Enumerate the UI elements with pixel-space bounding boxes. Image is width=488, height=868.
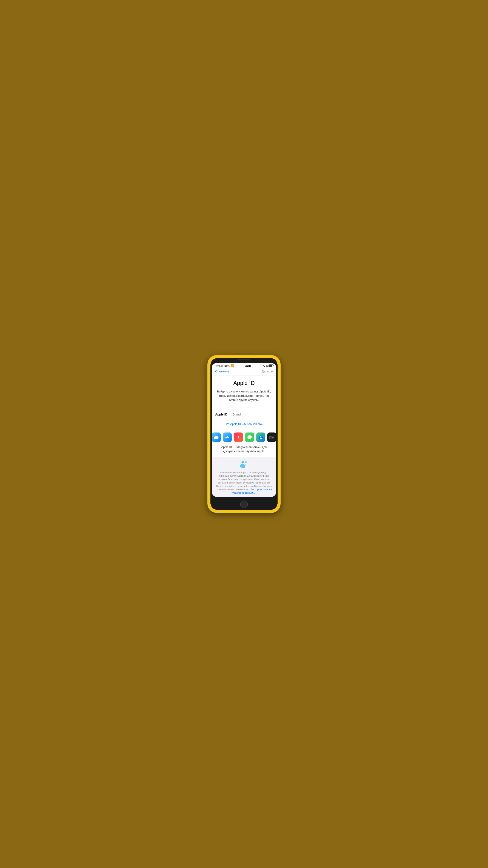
- services-description-section: Apple ID — это учетная запись для доступ…: [212, 444, 276, 457]
- privacy-section: Ваша информация Apple ID используется дл…: [212, 457, 276, 497]
- forgot-apple-id-link[interactable]: Нет Apple ID или забыли его?: [225, 423, 263, 426]
- svg-rect-8: [270, 436, 271, 437]
- apple-id-input-row[interactable]: Apple ID: [212, 410, 276, 419]
- page-title: Apple ID: [217, 380, 271, 386]
- navigation-bar: Отменить Дальше: [212, 368, 276, 375]
- forgot-link-section: Нет Apple ID или забыли его?: [212, 419, 276, 429]
- input-label: Apple ID: [215, 413, 230, 416]
- icloud-icon: [212, 433, 221, 442]
- main-content: Apple ID Войдите в свою учетную запись A…: [212, 375, 276, 410]
- app-icons-section: A ♪: [212, 429, 276, 444]
- apple-id-email-field[interactable]: [232, 413, 273, 416]
- messages-icon: [245, 433, 254, 442]
- appstore-icon: A: [223, 433, 232, 442]
- time-label: 21:15: [245, 365, 251, 367]
- wifi-icon: 📶: [231, 364, 234, 367]
- home-button[interactable]: [240, 500, 248, 508]
- battery-icon: [268, 365, 273, 367]
- services-description: Apple ID — это учетная запись для доступ…: [212, 444, 276, 457]
- status-right: 72 %: [263, 365, 273, 367]
- svg-point-7: [272, 437, 273, 438]
- battery-fill: [269, 365, 272, 367]
- speaker: [237, 359, 251, 360]
- next-button[interactable]: Дальше: [262, 370, 273, 373]
- findmy-icon: [256, 433, 265, 442]
- wallet-icon: [267, 433, 276, 442]
- privacy-icon: [216, 460, 272, 469]
- page-description: Войдите в свою учетную запись Apple ID, …: [217, 390, 271, 402]
- phone-top: [210, 358, 278, 361]
- svg-point-10: [245, 461, 247, 463]
- phone-device: Нет SIM-карты 📶 21:15 72 % Отменить Даль…: [207, 355, 281, 513]
- status-bar: Нет SIM-карты 📶 21:15 72 %: [212, 363, 276, 368]
- music-icon: ♪: [234, 433, 243, 442]
- svg-point-9: [241, 461, 244, 464]
- phone-screen: Нет SIM-карты 📶 21:15 72 % Отменить Даль…: [212, 363, 276, 497]
- battery-percent: 72 %: [263, 365, 268, 367]
- cancel-button[interactable]: Отменить: [215, 370, 229, 373]
- home-area: [210, 499, 278, 510]
- carrier-label: Нет SIM-карты: [215, 365, 230, 367]
- privacy-text: Ваша информация Apple ID используется дл…: [216, 471, 272, 495]
- svg-point-3: [260, 436, 261, 437]
- svg-text:A: A: [226, 435, 228, 439]
- input-section-wrapper: Apple ID: [212, 410, 276, 419]
- status-left: Нет SIM-карты 📶: [215, 364, 234, 367]
